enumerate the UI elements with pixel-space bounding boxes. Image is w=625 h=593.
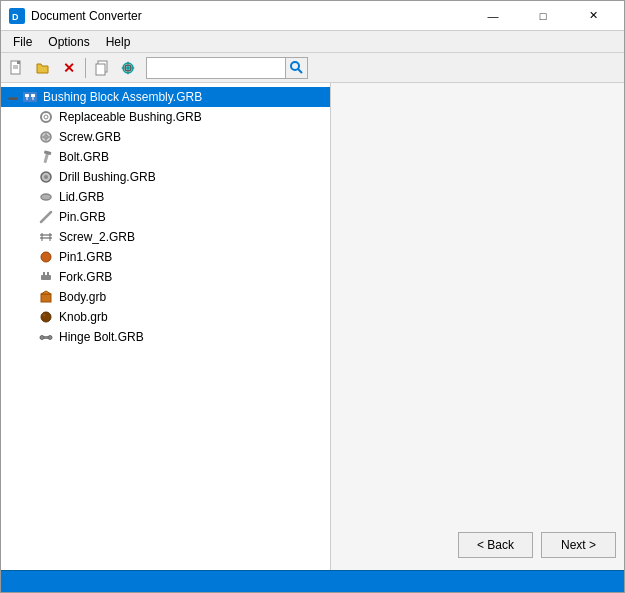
toolbar-open-button[interactable] — [31, 56, 55, 80]
tree-item-9[interactable]: Body.grb — [1, 287, 330, 307]
svg-text:D: D — [12, 12, 19, 22]
content-area: ▬ Bushing Block Assembly.GRB — [1, 83, 624, 570]
svg-rect-12 — [23, 92, 37, 102]
lid-icon — [37, 188, 55, 206]
item-label-1: Screw.GRB — [59, 130, 121, 144]
root-item-label: Bushing Block Assembly.GRB — [43, 90, 202, 104]
item-label-6: Screw_2.GRB — [59, 230, 135, 244]
toolbar-copy-button[interactable] — [90, 56, 114, 80]
svg-rect-34 — [41, 275, 51, 280]
preview-panel: < Back Next > — [331, 83, 624, 570]
svg-rect-41 — [40, 336, 52, 339]
tree-item-7[interactable]: Pin1.GRB — [1, 247, 330, 267]
pin-icon — [37, 208, 55, 226]
maximize-button[interactable]: □ — [520, 1, 566, 31]
item-label-7: Pin1.GRB — [59, 250, 112, 264]
replaceable-bushing-icon — [37, 108, 55, 126]
svg-line-11 — [298, 69, 302, 73]
svg-point-33 — [41, 252, 51, 262]
item-label-2: Bolt.GRB — [59, 150, 109, 164]
toolbar-separator-1 — [85, 58, 86, 78]
svg-point-40 — [43, 314, 46, 317]
menu-file[interactable]: File — [5, 33, 40, 51]
minimize-button[interactable]: — — [470, 1, 516, 31]
tree-root-item[interactable]: ▬ Bushing Block Assembly.GRB — [1, 87, 330, 107]
menu-options[interactable]: Options — [40, 33, 97, 51]
svg-point-26 — [44, 175, 48, 179]
svg-rect-13 — [25, 94, 29, 97]
svg-rect-35 — [43, 272, 45, 277]
svg-point-10 — [291, 62, 299, 70]
drill-bushing-icon — [37, 168, 55, 186]
bolt-icon — [37, 148, 55, 166]
main-window: D Document Converter — □ ✕ File Options … — [0, 0, 625, 593]
svg-point-17 — [41, 112, 51, 122]
svg-line-28 — [41, 212, 51, 222]
item-label-5: Pin.GRB — [59, 210, 106, 224]
svg-rect-14 — [31, 94, 35, 97]
item-label-4: Lid.GRB — [59, 190, 104, 204]
tree-item-3[interactable]: Drill Bushing.GRB — [1, 167, 330, 187]
title-bar: D Document Converter — □ ✕ — [1, 1, 624, 31]
item-label-11: Hinge Bolt.GRB — [59, 330, 144, 344]
tree-item-10[interactable]: Knob.grb — [1, 307, 330, 327]
toolbar-delete-button[interactable]: ✕ — [57, 56, 81, 80]
toolbar-settings-button[interactable] — [116, 56, 140, 80]
search-button[interactable] — [286, 57, 308, 79]
svg-marker-38 — [41, 291, 51, 294]
svg-rect-6 — [96, 64, 105, 75]
title-controls: — □ ✕ — [470, 1, 616, 31]
svg-rect-37 — [41, 294, 51, 302]
pin1-icon — [37, 248, 55, 266]
back-button[interactable]: < Back — [458, 532, 533, 558]
close-button[interactable]: ✕ — [570, 1, 616, 31]
svg-point-9 — [126, 66, 130, 70]
svg-point-18 — [44, 115, 48, 119]
tree-item-2[interactable]: Bolt.GRB — [1, 147, 330, 167]
title-bar-left: D Document Converter — [9, 8, 142, 24]
assembly-icon — [21, 88, 39, 106]
tree-item-8[interactable]: Fork.GRB — [1, 267, 330, 287]
tree-item-6[interactable]: Screw_2.GRB — [1, 227, 330, 247]
item-label-9: Body.grb — [59, 290, 106, 304]
app-icon: D — [9, 8, 25, 24]
tree-item-4[interactable]: Lid.GRB — [1, 187, 330, 207]
svg-rect-36 — [47, 272, 49, 277]
tree-item-0[interactable]: Replaceable Bushing.GRB — [1, 107, 330, 127]
screw-icon — [37, 128, 55, 146]
hinge-bolt-icon — [37, 328, 55, 346]
menu-bar: File Options Help — [1, 31, 624, 53]
item-label-0: Replaceable Bushing.GRB — [59, 110, 202, 124]
next-button[interactable]: Next > — [541, 532, 616, 558]
tree-expand-icon[interactable]: ▬ — [5, 89, 21, 105]
tree-item-5[interactable]: Pin.GRB — [1, 207, 330, 227]
screw2-icon — [37, 228, 55, 246]
search-input[interactable] — [146, 57, 286, 79]
tree-panel: ▬ Bushing Block Assembly.GRB — [1, 83, 331, 570]
toolbar: ✕ — [1, 53, 624, 83]
tree-item-1[interactable]: Screw.GRB — [1, 127, 330, 147]
item-label-10: Knob.grb — [59, 310, 108, 324]
svg-point-27 — [41, 194, 51, 200]
fork-icon — [37, 268, 55, 286]
toolbar-new-button[interactable] — [5, 56, 29, 80]
item-label-8: Fork.GRB — [59, 270, 112, 284]
window-title: Document Converter — [31, 9, 142, 23]
button-row: < Back Next > — [339, 532, 616, 562]
tree-item-11[interactable]: Hinge Bolt.GRB — [1, 327, 330, 347]
item-label-3: Drill Bushing.GRB — [59, 170, 156, 184]
svg-point-39 — [41, 312, 51, 322]
knob-icon — [37, 308, 55, 326]
search-box — [146, 57, 308, 79]
body-icon — [37, 288, 55, 306]
menu-help[interactable]: Help — [98, 33, 139, 51]
status-bar — [1, 570, 624, 592]
